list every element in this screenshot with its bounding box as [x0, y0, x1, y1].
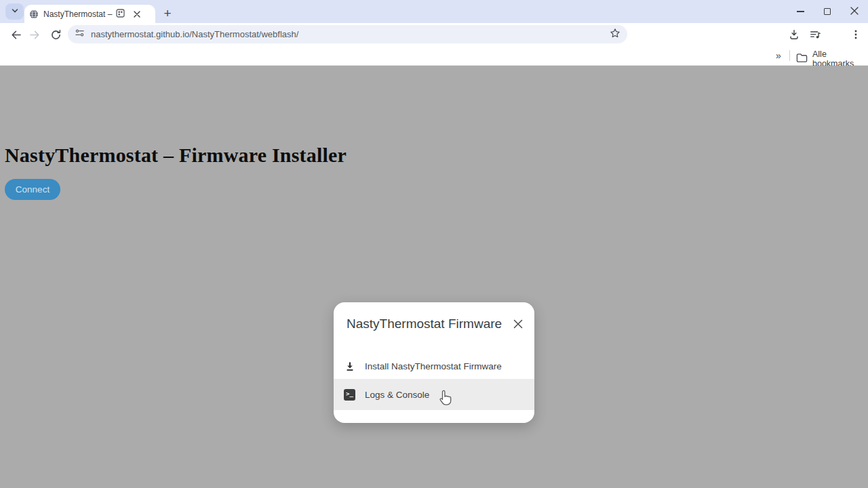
reload-icon: [50, 29, 62, 41]
globe-favicon-icon: [29, 9, 39, 19]
tab-title: NastyThermostat – Firmwar: [43, 9, 113, 19]
reload-button[interactable]: [46, 25, 65, 44]
download-icon: [788, 28, 800, 41]
address-bar[interactable]: nastythermostat.github.io/NastyThermosta…: [68, 25, 627, 43]
close-icon: [850, 5, 859, 18]
menu-item-label: Install NastyThermostat Firmware: [365, 361, 502, 371]
back-arrow-icon: [9, 29, 21, 41]
terminal-icon: >_: [344, 389, 355, 401]
dialog-close-button[interactable]: [511, 317, 525, 331]
bookmarks-divider: [789, 50, 790, 61]
tab-grid-icon: [116, 8, 125, 20]
browser-menu-button[interactable]: [846, 25, 865, 44]
tab-close-icon[interactable]: [132, 9, 142, 20]
page-content: NastyThermostat – Firmware Installer Con…: [0, 66, 868, 487]
dialog-title: NastyThermostat Firmware: [347, 317, 502, 331]
bookmarks-bar: » Alle bookmarks: [0, 45, 868, 66]
back-button[interactable]: [5, 25, 24, 44]
bookmark-star-icon[interactable]: [610, 28, 620, 41]
maximize-icon: [824, 8, 831, 15]
bookmarks-overflow-button[interactable]: »: [772, 45, 785, 66]
chevron-down-icon: [11, 5, 19, 18]
close-icon: [513, 319, 523, 329]
new-tab-button[interactable]: +: [159, 5, 176, 22]
download-icon: [344, 361, 355, 372]
firmware-dialog: NastyThermostat Firmware Install NastyTh…: [334, 302, 534, 423]
forward-button[interactable]: [26, 25, 45, 44]
browser-tab[interactable]: NastyThermostat – Firmwar: [24, 5, 155, 23]
media-controls-button[interactable]: [806, 25, 825, 44]
three-dot-menu-icon: [850, 29, 861, 40]
menu-item-logs-console[interactable]: >_ Logs & Console: [334, 379, 534, 410]
menu-item-label: Logs & Console: [365, 390, 429, 400]
playlist-music-icon: [809, 28, 821, 41]
site-settings-icon[interactable]: [75, 28, 85, 41]
url-text[interactable]: nastythermostat.github.io/NastyThermosta…: [91, 29, 610, 39]
connect-button[interactable]: Connect: [5, 179, 60, 200]
folder-icon: [796, 53, 808, 66]
menu-item-install-firmware[interactable]: Install NastyThermostat Firmware: [334, 354, 534, 379]
tab-strip: NastyThermostat – Firmwar +: [0, 0, 868, 23]
forward-arrow-icon: [30, 29, 41, 41]
window-maximize-button[interactable]: [814, 0, 841, 23]
minimize-icon: [797, 11, 804, 12]
window-controls: [787, 0, 868, 23]
page-title: NastyThermostat – Firmware Installer: [5, 144, 347, 167]
downloads-button[interactable]: [785, 25, 804, 44]
tab-search-button[interactable]: [5, 3, 24, 20]
window-close-button[interactable]: [841, 0, 868, 23]
browser-toolbar: nastythermostat.github.io/NastyThermosta…: [0, 23, 868, 45]
window-minimize-button[interactable]: [787, 0, 814, 23]
